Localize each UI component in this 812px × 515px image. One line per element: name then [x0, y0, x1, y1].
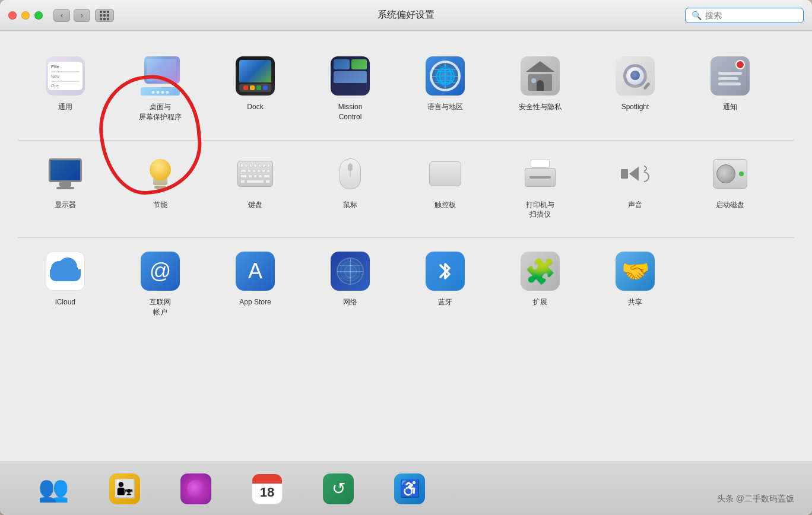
extensions-label: 扩展 — [533, 297, 547, 307]
bottom-item-timemachine[interactable]: ↺ — [303, 472, 374, 506]
personal-section: File New Ope 通用 — [18, 43, 794, 141]
sharing-icon: 🤝 — [614, 250, 656, 293]
search-icon: 🔍 — [692, 11, 702, 20]
forward-button[interactable]: › — [74, 9, 90, 22]
notification-icon — [709, 55, 751, 97]
pref-item-appstore[interactable]: A App Store — [208, 244, 303, 323]
general-label: 通用 — [58, 102, 72, 112]
keyboard-icon — [234, 152, 277, 195]
search-input[interactable] — [705, 11, 797, 20]
notification-label: 通知 — [723, 102, 737, 112]
pref-item-dock[interactable]: Dock — [208, 49, 303, 128]
at-symbol: @ — [150, 259, 172, 284]
pref-item-notification[interactable]: 通知 — [683, 49, 778, 128]
network-icon — [329, 250, 372, 293]
family-icon: 👥 — [37, 472, 70, 506]
internet-section: iCloud @ 互联网帐户 A — [18, 238, 794, 335]
appstore-label: App Store — [239, 297, 271, 307]
bottom-item-siri[interactable] — [160, 472, 231, 506]
pref-item-mouse[interactable]: 鼠标 — [303, 147, 398, 226]
siri-icon — [179, 472, 212, 506]
bottom-item-parental[interactable]: 👨‍👧 — [89, 472, 160, 506]
desktop-icon — [139, 55, 182, 97]
spotlight-icon — [614, 55, 656, 97]
maximize-button[interactable] — [34, 11, 43, 20]
language-label: 语言与地区 — [427, 102, 463, 112]
display-label: 显示器 — [55, 200, 76, 210]
trackpad-icon — [424, 152, 467, 195]
mission-label: MissionControl — [338, 102, 363, 122]
puzzle-icon: 🧩 — [525, 257, 556, 286]
pref-item-printer[interactable]: 打印机与扫描仪 — [493, 147, 588, 226]
sharing-label: 共享 — [628, 297, 642, 307]
pref-item-extensions[interactable]: 🧩 扩展 — [493, 244, 588, 323]
bottom-item-accessibility[interactable]: ♿ — [374, 472, 445, 506]
security-label: 安全性与隐私 — [519, 102, 562, 112]
pref-item-mission[interactable]: MissionControl — [303, 49, 398, 128]
pref-item-sharing[interactable]: 🤝 共享 — [588, 244, 683, 323]
timemachine-icon: ↺ — [322, 472, 355, 506]
search-bar[interactable]: 🔍 — [685, 8, 804, 23]
sound-icon — [614, 152, 656, 195]
traffic-lights — [8, 11, 43, 20]
pref-item-energy[interactable]: 节能 — [113, 147, 208, 226]
energy-label: 节能 — [153, 200, 167, 210]
display-icon — [44, 152, 87, 195]
datetime-icon: 18 — [250, 472, 284, 506]
mission-icon — [329, 55, 372, 97]
notification-badge — [735, 60, 745, 69]
pref-item-startup[interactable]: 启动磁盘 — [683, 147, 778, 226]
mouse-icon — [329, 152, 372, 195]
pref-item-icloud[interactable]: iCloud — [18, 244, 113, 323]
pref-item-spotlight[interactable]: Spotlight — [588, 49, 683, 128]
icloud-label: iCloud — [55, 297, 75, 307]
appstore-icon: A — [234, 250, 277, 293]
bluetooth-symbol — [437, 259, 453, 283]
parental-icon: 👨‍👧 — [108, 472, 141, 506]
watermark: 头条 @二手数码盖饭 — [717, 494, 794, 504]
nav-buttons: ‹ › — [53, 9, 90, 22]
general-icon: File New Ope — [44, 55, 87, 97]
security-icon — [519, 55, 562, 97]
bottom-item-family[interactable]: 👥 — [18, 472, 89, 506]
pref-item-desktop[interactable]: 桌面与屏幕保护程序 — [113, 49, 208, 128]
energy-icon — [139, 152, 182, 195]
mouse-label: 鼠标 — [343, 200, 357, 210]
dock-label: Dock — [247, 102, 263, 112]
pref-item-internet-accounts[interactable]: @ 互联网帐户 — [113, 244, 208, 323]
grid-view-button[interactable] — [95, 9, 114, 22]
keyboard-label: 键盘 — [248, 200, 262, 210]
spotlight-label: Spotlight — [621, 102, 649, 112]
network-label: 网络 — [343, 297, 357, 307]
extensions-icon: 🧩 — [519, 250, 562, 293]
titlebar: ‹ › 系统偏好设置 🔍 — [0, 0, 812, 31]
date-header — [252, 474, 282, 484]
bottom-bar: 👥 👨‍👧 18 — [0, 462, 812, 515]
startup-icon — [709, 152, 751, 195]
bluetooth-label: 蓝牙 — [438, 297, 452, 307]
internet-accounts-icon: @ — [139, 250, 182, 293]
pref-item-security[interactable]: 安全性与隐私 — [493, 49, 588, 128]
minimize-button[interactable] — [21, 11, 30, 20]
pref-item-sound[interactable]: 声音 — [588, 147, 683, 226]
pref-item-language[interactable]: 🌐 语言与地区 — [398, 49, 493, 128]
close-button[interactable] — [8, 11, 17, 20]
pref-item-trackpad[interactable]: 触控板 — [398, 147, 493, 226]
pref-item-network[interactable]: 网络 — [303, 244, 398, 323]
desktop-label: 桌面与屏幕保护程序 — [139, 102, 182, 122]
printer-icon — [519, 152, 562, 195]
icloud-icon — [44, 250, 87, 293]
back-button[interactable]: ‹ — [53, 9, 70, 22]
trackpad-label: 触控板 — [434, 200, 456, 210]
content-area: File New Ope 通用 — [0, 31, 812, 341]
pref-item-general[interactable]: File New Ope 通用 — [18, 49, 113, 128]
dock-icon — [234, 55, 277, 97]
appstore-symbol: A — [248, 259, 262, 284]
pref-item-keyboard[interactable]: 键盘 — [208, 147, 303, 226]
system-preferences-window: ‹ › 系统偏好设置 🔍 — [0, 0, 812, 515]
bottom-item-datetime[interactable]: 18 — [231, 472, 303, 506]
window-title: 系统偏好设置 — [378, 9, 434, 21]
internet-accounts-label: 互联网帐户 — [150, 297, 171, 317]
pref-item-display[interactable]: 显示器 — [18, 147, 113, 226]
pref-item-bluetooth[interactable]: 蓝牙 — [398, 244, 493, 323]
